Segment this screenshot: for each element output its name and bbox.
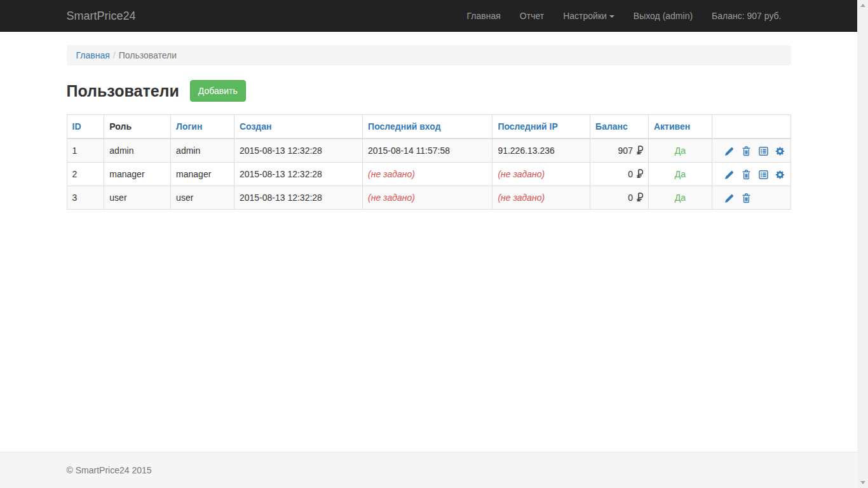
edit-user-button[interactable]: [724, 168, 734, 180]
table-header-row: ID Роль Логин Создан Последний вход Посл…: [67, 115, 790, 139]
cell-balance: 907: [590, 139, 649, 163]
breadcrumb: Главная/Пользователи: [67, 45, 791, 65]
user-settings-button[interactable]: [775, 144, 785, 157]
cell-last-ip: (не задано): [492, 186, 590, 210]
cell-id: 1: [67, 139, 104, 163]
trash-icon: [742, 193, 751, 203]
user-settings-button[interactable]: [775, 168, 785, 180]
cell-role: admin: [104, 139, 171, 163]
sort-balance-link[interactable]: Баланс: [595, 121, 628, 132]
cell-created: 2015-08-13 12:32:28: [234, 139, 362, 163]
table-row: 3 user user 2015-08-13 12:32:28 (не зада…: [67, 186, 790, 210]
ruble-icon: [636, 193, 643, 202]
header-last-ip: Последний IP: [492, 115, 590, 139]
nav-item-report[interactable]: Отчет: [510, 0, 553, 31]
cell-actions: [712, 139, 790, 163]
sort-last-ip-link[interactable]: Последний IP: [498, 121, 557, 132]
header-last-login: Последний вход: [363, 115, 492, 139]
nav-balance-status: Баланс: 907 руб.: [702, 0, 790, 31]
header-created: Создан: [234, 115, 362, 139]
copyright-text: © SmartPrice24 2015: [67, 465, 152, 475]
header-actions: [712, 115, 790, 139]
pencil-icon: [724, 170, 734, 180]
sort-created-link[interactable]: Создан: [240, 121, 272, 132]
main-content: Главная/Пользователи Пользователи Добави…: [0, 32, 857, 452]
list-alt-icon: [759, 170, 768, 180]
trash-icon: [742, 146, 751, 156]
cell-balance: 0: [590, 163, 649, 186]
breadcrumb-current: Пользователи: [119, 50, 177, 60]
header-active: Активен: [648, 115, 712, 139]
edit-user-button[interactable]: [724, 191, 734, 204]
edit-user-button[interactable]: [724, 144, 734, 157]
brand-link[interactable]: SmartPrice24: [67, 0, 136, 32]
cell-actions: [712, 186, 790, 210]
cell-role: user: [104, 186, 171, 210]
ruble-icon: [636, 169, 643, 179]
header-login: Логин: [171, 115, 234, 139]
pencil-icon: [724, 147, 734, 156]
nav-item-logout[interactable]: Выход (admin): [624, 0, 702, 31]
delete-user-button[interactable]: [742, 144, 751, 157]
sort-active-link[interactable]: Активен: [654, 121, 690, 132]
user-details-button[interactable]: [759, 144, 768, 157]
page-footer: © SmartPrice24 2015: [0, 452, 857, 488]
cell-login: manager: [171, 163, 234, 186]
cell-last-login: 2015-08-14 11:57:58: [363, 139, 492, 163]
pencil-icon: [724, 194, 734, 203]
table-row: 1 admin admin 2015-08-13 12:32:28 2015-0…: [67, 139, 790, 163]
breadcrumb-separator: /: [110, 50, 119, 60]
header-role: Роль: [104, 115, 171, 139]
cell-last-ip: 91.226.13.236: [492, 139, 590, 163]
cell-id: 3: [67, 186, 104, 210]
cell-balance: 0: [590, 186, 649, 210]
user-details-button[interactable]: [759, 168, 768, 180]
add-user-button[interactable]: Добавить: [190, 80, 246, 102]
cell-last-login: (не задано): [363, 186, 492, 210]
cell-active: Да: [648, 139, 712, 163]
top-navbar: SmartPrice24 Главная Отчет Настройки Вых…: [0, 0, 857, 32]
page-title: Пользователи: [67, 82, 179, 100]
cell-login: user: [171, 186, 234, 210]
cell-actions: [712, 163, 790, 186]
cell-created: 2015-08-13 12:32:28: [234, 163, 362, 186]
scrollbar-down-arrow[interactable]: [857, 477, 868, 488]
header-id: ID: [67, 115, 104, 139]
cell-active: Да: [648, 186, 712, 210]
gear-icon: [775, 146, 785, 156]
table-row: 2 manager manager 2015-08-13 12:32:28 (н…: [67, 163, 790, 186]
cell-last-login: (не задано): [363, 163, 492, 186]
cell-login: admin: [171, 139, 234, 163]
sort-id-link[interactable]: ID: [72, 121, 81, 132]
cell-role: manager: [104, 163, 171, 186]
chevron-down-icon: [609, 15, 614, 18]
cell-created: 2015-08-13 12:32:28: [234, 186, 362, 210]
vertical-scrollbar[interactable]: [857, 0, 868, 488]
delete-user-button[interactable]: [742, 168, 751, 180]
breadcrumb-home-link[interactable]: Главная: [76, 50, 110, 60]
cell-id: 2: [67, 163, 104, 186]
nav-item-settings-dropdown[interactable]: Настройки: [553, 0, 624, 31]
ruble-icon: [636, 146, 643, 155]
scrollbar-up-arrow[interactable]: [857, 0, 868, 11]
list-alt-icon: [759, 146, 768, 156]
delete-user-button[interactable]: [742, 191, 751, 204]
navbar-menu: Главная Отчет Настройки Выход (admin) Ба…: [458, 0, 791, 31]
sort-login-link[interactable]: Логин: [176, 121, 202, 132]
cell-active: Да: [648, 163, 712, 186]
gear-icon: [775, 170, 785, 180]
users-table: ID Роль Логин Создан Последний вход Посл…: [67, 114, 791, 210]
header-balance: Баланс: [590, 115, 649, 139]
cell-last-ip: (не задано): [492, 163, 590, 186]
nav-item-home[interactable]: Главная: [458, 0, 510, 31]
sort-last-login-link[interactable]: Последний вход: [368, 121, 440, 132]
trash-icon: [742, 170, 751, 180]
